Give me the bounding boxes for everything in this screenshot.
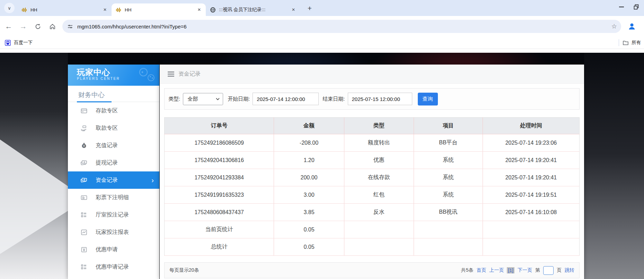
reload-icon[interactable] [32, 20, 44, 32]
money-bag-icon: ¥ [80, 142, 87, 149]
restore-button[interactable] [634, 4, 639, 10]
sidebar-item-label: 存款专区 [96, 107, 118, 115]
minimize-button[interactable] [619, 7, 624, 7]
table-header-row: 订单号 金额 类型 项目 处理时间 [165, 118, 580, 134]
sidebar-item-hall-bet-record[interactable]: 厅室投注记录 [68, 206, 159, 223]
tab-close-icon[interactable]: ✕ [196, 7, 202, 13]
cell-amount: 1.20 [274, 152, 344, 169]
cell-time: 2025-07-14 19:23:06 [483, 134, 579, 152]
sidebar-item-promo-apply-record[interactable]: 优惠申请记录 [68, 258, 159, 276]
filter-bar: 类型: 全部 开始日期: 结束日期: 查询 [164, 88, 580, 110]
sidebar-item-label: 取款专区 [96, 125, 118, 132]
window-controls [619, 0, 644, 14]
sidebar-item-withdrawal-record[interactable]: 提现记录 [68, 154, 159, 171]
cell-empty [344, 221, 414, 238]
finance-center-heading: 财务中心 [68, 86, 159, 102]
prev-page-link[interactable]: 上一页 [489, 267, 504, 273]
end-date-input[interactable] [348, 93, 412, 105]
site-settings-icon[interactable] [67, 24, 73, 29]
sidebar-item-deposit-zone[interactable]: 存款专区 [68, 102, 159, 119]
chevron-right-icon: › [151, 177, 154, 184]
list-detail-icon [80, 194, 87, 201]
sidebar-item-label: 资金记录 [96, 177, 118, 184]
sidebar-item-player-bet-report[interactable]: 玩家投注报表 [68, 223, 159, 241]
all-bookmarks-label: 所有 [632, 40, 641, 46]
wallet-cards-icon [80, 159, 87, 166]
hamburger-icon[interactable] [168, 71, 174, 77]
cell-empty [483, 221, 579, 238]
tab-search-button[interactable]: ∨ [4, 3, 15, 13]
grid-list-icon [80, 263, 87, 270]
tab-title: HH [125, 7, 196, 12]
sidebar-item-recharge-record[interactable]: ¥ 充值记录 [68, 137, 159, 154]
table-row: 1752492041306816 1.20 优惠 系统 2025-07-14 1… [165, 152, 580, 169]
jump-link[interactable]: 跳转 [565, 267, 574, 273]
tab-close-icon[interactable]: ✕ [290, 7, 297, 13]
browser-window: ∨ HH ✕ HH ✕ :::视讯 会员下注纪录::: ✕ + [0, 0, 644, 279]
cell-project: BB平台 [414, 134, 483, 152]
summary-row-total: 总统计 0.05 [165, 238, 580, 256]
cell-empty [483, 238, 579, 256]
page-jump-input[interactable] [543, 266, 554, 275]
sidebar-item-withdraw-zone[interactable]: 取款专区 [68, 119, 159, 137]
address-bar[interactable]: mgm1065.com/hhcp/usercenter.html?iniType… [62, 20, 621, 33]
tab-close-icon[interactable]: ✕ [102, 7, 108, 13]
cell-amount: 3.85 [274, 204, 344, 221]
start-date-label: 开始日期: [228, 96, 250, 102]
first-page-link[interactable]: 首页 [476, 267, 486, 273]
bookmark-star-icon[interactable]: ☆ [611, 23, 617, 30]
type-label: 类型: [168, 96, 180, 102]
cell-amount: 200.00 [274, 169, 344, 186]
col-header-type: 类型 [344, 118, 414, 134]
main-panel: 资金记录 类型: 全部 开始日期: 结束日期: 查询 [160, 65, 584, 279]
tab-video-records[interactable]: :::视讯 会员下注纪录::: ✕ [206, 3, 300, 16]
home-icon[interactable] [46, 20, 58, 32]
folder-icon [623, 40, 629, 46]
globe-favicon-icon [210, 7, 216, 13]
goldwave-favicon-icon [21, 7, 27, 13]
cell-time: 2025-07-14 19:20:41 [483, 169, 579, 186]
cell-summary-amount: 0.05 [274, 221, 344, 238]
coupon-icon [80, 246, 87, 253]
col-header-amount: 金额 [274, 118, 344, 134]
cell-summary-label: 总统计 [165, 238, 274, 256]
cell-order: 1752492186086509 [165, 134, 274, 152]
sidebar-item-lottery-bet-details[interactable]: 彩票下注明细 [68, 189, 159, 206]
bookmark-baidu[interactable]: 百度一下 [5, 40, 33, 46]
sidebar-item-label: 提现记录 [96, 159, 118, 167]
type-select[interactable]: 全部 [183, 93, 223, 105]
cell-empty [414, 221, 483, 238]
current-page-indicator: [1] [507, 267, 514, 273]
url-text[interactable]: mgm1065.com/hhcp/usercenter.html?iniType… [77, 24, 611, 29]
all-bookmarks-button[interactable]: 所有 [623, 40, 644, 46]
col-header-order: 订单号 [165, 118, 274, 134]
sidebar-item-promo-apply[interactable]: 优惠申请 [68, 241, 159, 258]
cell-project: 系统 [414, 152, 483, 169]
cell-type: 红包 [344, 186, 414, 204]
cell-time: 2025-07-14 19:19:51 [483, 186, 579, 204]
forward-icon[interactable]: → [17, 20, 29, 32]
back-icon[interactable]: ← [3, 20, 15, 32]
next-page-link[interactable]: 下一页 [518, 267, 532, 273]
query-button[interactable]: 查询 [418, 93, 438, 105]
new-tab-button[interactable]: + [305, 3, 315, 13]
sidebar-item-label: 玩家投注报表 [96, 229, 129, 236]
sidebar-item-label: 优惠申请记录 [96, 263, 129, 271]
profile-avatar[interactable] [626, 20, 638, 32]
col-header-time: 处理时间 [483, 118, 579, 134]
sidebar-item-funds-record[interactable]: 资金记录 › [68, 171, 159, 189]
cell-type: 额度转出 [344, 134, 414, 152]
cash-note-icon [80, 177, 87, 184]
start-date-input[interactable] [253, 93, 319, 105]
tab-hh-2-active[interactable]: HH ✕ [112, 3, 206, 16]
cell-time: 2025-07-14 16:10:08 [483, 204, 579, 221]
jump-prefix-label: 第 [535, 267, 540, 273]
cell-summary-label: 当前页统计 [165, 221, 274, 238]
cell-project: 系统 [414, 169, 483, 186]
tab-hh-1[interactable]: HH ✕ [17, 3, 112, 16]
svg-text:¥: ¥ [83, 145, 85, 147]
records-table: 订单号 金额 类型 项目 处理时间 1752492186086509 -208.… [164, 117, 580, 256]
table-row: 1752491991635323 3.00 红包 系统 2025-07-14 1… [165, 186, 580, 204]
cell-project: 系统 [414, 186, 483, 204]
grid-list-icon [80, 211, 87, 218]
